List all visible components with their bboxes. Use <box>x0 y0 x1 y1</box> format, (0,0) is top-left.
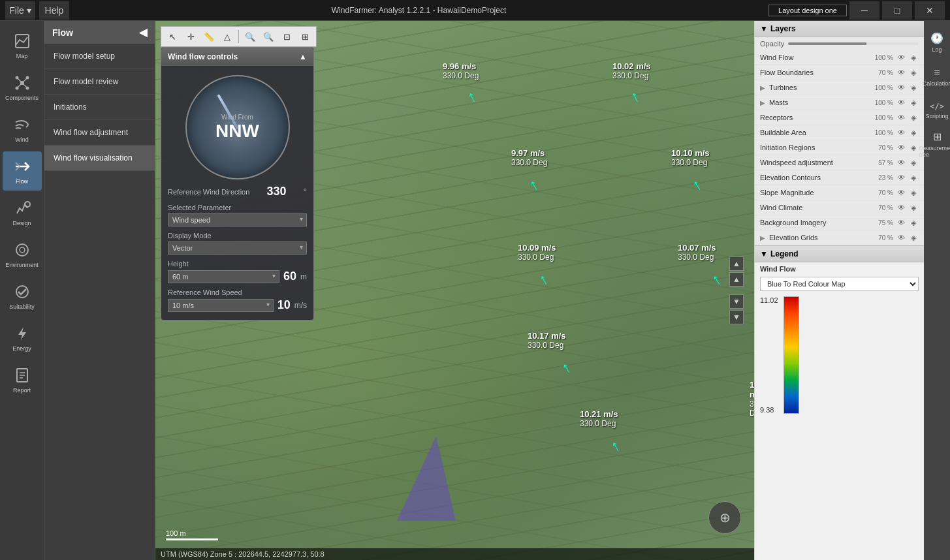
zoom-fit-btn[interactable]: ⊡ <box>278 28 295 45</box>
action-scripting[interactable]: </> Scripting <box>925 94 949 127</box>
layer-row-elevation-contours[interactable]: Elevation Contours 23 % 👁 ◈ <box>755 170 924 185</box>
layer-vis-btn-2[interactable]: 👁 <box>896 82 906 93</box>
layer-vis-btn-11[interactable]: 👁 <box>896 217 906 228</box>
right-panel: ▼ Layers Opacity Wind Flow 100 % 👁 ◈ Flo… <box>754 21 924 560</box>
layer-row-wind-flow[interactable]: Wind Flow 100 % 👁 ◈ <box>755 50 924 65</box>
selected-param-select[interactable]: Wind speed <box>168 213 307 226</box>
layer-vis-btn-12[interactable]: 👁 <box>896 232 906 243</box>
sidebar-item-map[interactable]: Map <box>3 26 42 65</box>
layer-row-elevation-grids[interactable]: ▶ Elevation Grids 70 % 👁 ◈ <box>755 230 924 245</box>
layer-vis-btn-6[interactable]: 👁 <box>896 142 906 153</box>
action-log[interactable]: 🕐 Log <box>925 26 949 59</box>
selected-param-select-wrap: Wind speed <box>168 213 307 226</box>
layer-row-windspeed-adj[interactable]: Windspeed adjustment 57 % 👁 ◈ <box>755 155 924 170</box>
layer-row-masts[interactable]: ▶ Masts 100 % 👁 ◈ <box>755 95 924 110</box>
layer-pin-btn-6[interactable]: ◈ <box>908 142 919 153</box>
layer-row-initiation-regions[interactable]: Initiation Regions 70 % 👁 ◈ <box>755 140 924 155</box>
wind-panel-collapse-icon[interactable]: ▲ <box>299 52 307 61</box>
legend-colormap-select[interactable]: Blue To Red Colour Map <box>760 277 919 291</box>
nav-initiations[interactable]: Initiations <box>44 95 155 120</box>
panel-collapse-icon[interactable]: ◀ <box>139 26 147 39</box>
layer-row-slope-magnitude[interactable]: Slope Magnitude 70 % 👁 ◈ <box>755 185 924 200</box>
layer-pin-btn-12[interactable]: ◈ <box>908 232 919 243</box>
close-btn[interactable]: ✕ <box>915 1 945 20</box>
layer-name-elevation-grids: Elevation Grids <box>769 234 864 241</box>
layer-pin-btn-0[interactable]: ◈ <box>908 52 919 63</box>
layer-pct-elevation-contours: 23 % <box>867 174 893 181</box>
layers-section-header[interactable]: ▼ Layers <box>755 21 924 37</box>
area-tool-btn[interactable]: △ <box>219 28 236 45</box>
layer-vis-btn-9[interactable]: 👁 <box>896 187 906 198</box>
wind-panel-header[interactable]: Wind flow controls ▲ <box>161 48 313 66</box>
layer-pin-btn-5[interactable]: ◈ <box>908 127 919 138</box>
layer-row-flow-boundaries[interactable]: Flow Boundaries 70 % 👁 ◈ <box>755 65 924 80</box>
nav-wind-flow-adjustment[interactable]: Wind flow adjustment <box>44 120 155 146</box>
turbine-layout-shape <box>397 436 456 521</box>
help-btn[interactable]: Help <box>39 1 69 20</box>
layer-vis-btn-7[interactable]: 👁 <box>896 157 906 168</box>
layer-row-wind-climate[interactable]: Wind Climate 70 % 👁 ◈ <box>755 200 924 215</box>
wind-flow-controls-panel: Wind flow controls ▲ Wind From NNW Refer… <box>161 47 314 320</box>
scroll-up2-btn[interactable]: ▲ <box>729 272 744 287</box>
layer-vis-btn-8[interactable]: 👁 <box>896 172 906 183</box>
layer-pin-btn-7[interactable]: ◈ <box>908 157 919 168</box>
layer-pin-btn-3[interactable]: ◈ <box>908 97 919 108</box>
nav-compass[interactable]: ⊕ <box>708 501 741 534</box>
layer-pin-btn-1[interactable]: ◈ <box>908 67 919 78</box>
height-select[interactable]: 60 m <box>168 270 279 283</box>
layer-pin-btn-4[interactable]: ◈ <box>908 112 919 123</box>
layer-pct-windspeed-adj: 57 % <box>867 159 893 166</box>
ref-wind-dir-row: Reference Wind Direction 330 ° <box>168 185 307 198</box>
layer-row-turbines[interactable]: ▶ Turbines 100 % 👁 ◈ <box>755 80 924 95</box>
display-mode-select[interactable]: Vector <box>168 241 307 255</box>
layer-name-masts: Masts <box>769 99 864 106</box>
scroll-down2-btn[interactable]: ▼ <box>729 310 744 324</box>
layer-row-receptors[interactable]: Receptors 100 % 👁 ◈ <box>755 110 924 125</box>
legend-section-header[interactable]: ▼ Legend <box>755 246 924 262</box>
scroll-down-btn[interactable]: ▼ <box>729 294 744 309</box>
ref-wind-speed-value: 10 <box>277 298 291 312</box>
action-calculation[interactable]: ≡ Calculation <box>925 60 949 93</box>
sidebar-item-report[interactable]: Report <box>3 360 42 399</box>
layer-vis-btn-0[interactable]: 👁 <box>896 52 906 63</box>
cursor-tool-btn[interactable]: ↖ <box>164 28 181 45</box>
layout-name-btn[interactable]: Layout design one <box>768 5 847 16</box>
opacity-slider[interactable] <box>788 42 919 45</box>
layer-row-background-imagery[interactable]: Background Imagery 75 % 👁 ◈ <box>755 215 924 230</box>
scroll-up-btn[interactable]: ▲ <box>729 257 744 271</box>
pan-tool-btn[interactable]: ✛ <box>182 28 199 45</box>
sidebar-item-energy[interactable]: Energy <box>3 319 42 358</box>
layer-pin-btn-11[interactable]: ◈ <box>908 217 919 228</box>
nav-wind-flow-visualisation[interactable]: Wind flow visualisation <box>44 146 155 171</box>
minimize-btn[interactable]: ─ <box>849 1 879 20</box>
layer-vis-btn-3[interactable]: 👁 <box>896 97 906 108</box>
sidebar-item-design[interactable]: Design <box>3 193 42 232</box>
layer-vis-btn-5[interactable]: 👁 <box>896 127 906 138</box>
suitability-icon <box>13 283 31 301</box>
layer-pin-btn-10[interactable]: ◈ <box>908 202 919 213</box>
layer-pin-btn-9[interactable]: ◈ <box>908 187 919 198</box>
zoom-in-btn[interactable]: 🔍 <box>242 28 259 45</box>
zoom-out-btn[interactable]: 🔍 <box>260 28 277 45</box>
nav-flow-model-setup[interactable]: Flow model setup <box>44 44 155 69</box>
sidebar-item-suitability[interactable]: Suitability <box>3 277 42 316</box>
layer-pin-btn-8[interactable]: ◈ <box>908 172 919 183</box>
layer-pin-btn-2[interactable]: ◈ <box>908 82 919 93</box>
maximize-btn[interactable]: □ <box>882 1 912 20</box>
nav-flow-model-review[interactable]: Flow model review <box>44 69 155 95</box>
layer-vis-btn-10[interactable]: 👁 <box>896 202 906 213</box>
map-area[interactable]: ↖ ✛ 📏 △ 🔍 🔍 ⊡ ⊞ 9.96 m/s 330.0 Deg ↓ 10.… <box>155 21 754 560</box>
zoom-extent-btn[interactable]: ⊞ <box>296 28 313 45</box>
layer-vis-btn-1[interactable]: 👁 <box>896 67 906 78</box>
file-menu-btn[interactable]: File ▾ <box>5 1 35 20</box>
sidebar-item-wind[interactable]: Wind <box>3 110 42 149</box>
sidebar-item-components[interactable]: Components <box>3 68 42 107</box>
action-measurement-tree[interactable]: ⊞ Measurement tree <box>925 128 949 161</box>
sidebar-item-environment[interactable]: Environment <box>3 235 42 274</box>
ref-wind-speed-select[interactable]: 10 m/s <box>168 299 274 312</box>
app-title: WindFarmer: Analyst 1.2.2.1 - HawaiiDemo… <box>332 6 506 15</box>
ruler-tool-btn[interactable]: 📏 <box>200 28 217 45</box>
sidebar-item-flow[interactable]: Flow <box>3 151 42 191</box>
layer-row-buildable-area[interactable]: Buildable Area 100 % 👁 ◈ <box>755 125 924 140</box>
layer-vis-btn-4[interactable]: 👁 <box>896 112 906 123</box>
